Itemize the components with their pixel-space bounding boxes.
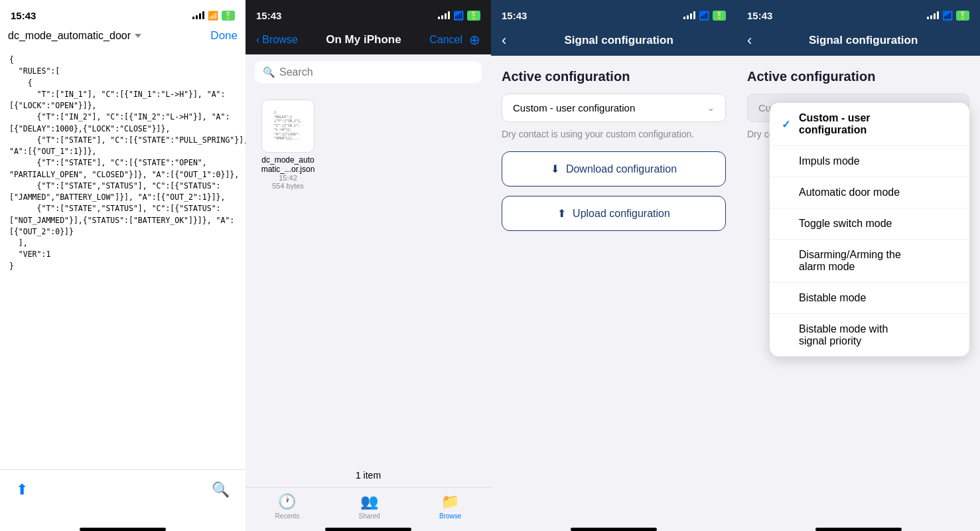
wifi-icon-3: 📶 (699, 11, 709, 21)
tab-browse[interactable]: 📁 Browse (439, 493, 461, 520)
options-dropdown: ✓ Custom - userconfiguration Impuls mode… (770, 103, 969, 356)
json-content[interactable]: { "RULES":[ { "T":["IN_1"], "C":[{"IN_1"… (0, 48, 245, 469)
section-title-3: Active configuration (502, 69, 726, 84)
status-bar-1: 15:43 📶 🔋 (0, 0, 245, 29)
option-custom-user[interactable]: ✓ Custom - userconfiguration (770, 103, 969, 146)
back-button-4[interactable]: ‹ (747, 32, 752, 49)
status-icons-1: 📶 🔋 (192, 11, 235, 21)
more-button[interactable]: ⊕ (469, 32, 480, 48)
signal-config-nav: ‹ Signal configuration (491, 29, 736, 56)
config-dropdown-3[interactable]: Custom - user configuration ⌄ (502, 94, 726, 122)
status-icons-2: 📶 🔋 (438, 11, 480, 21)
option-label-auto-door: Automatic door mode (799, 187, 900, 198)
check-icon-custom: ✓ (782, 118, 794, 131)
search-icon-2: 🔍 (263, 66, 275, 78)
dropdown-label-3: Custom - user configuration (513, 102, 635, 114)
option-label-toggle: Toggle switch mode (799, 218, 892, 230)
signal-icon-4 (927, 11, 939, 19)
file-name: dc_mode_automatic_...or.json (261, 155, 315, 174)
browse-icon: 📁 (441, 493, 459, 510)
files-browser-panel: 15:43 📶 🔋 ‹ Browse On My iPhone Cancel ⊕… (245, 0, 491, 531)
config-body-3: Active configuration Custom - user confi… (491, 56, 736, 522)
chevron-down-icon (135, 34, 141, 38)
browse-label: Browse (262, 34, 297, 46)
tab-recents[interactable]: 🕐 Recents (275, 493, 300, 520)
signal-icon-1 (192, 11, 204, 19)
share-button[interactable]: ⬆ (16, 481, 28, 498)
wifi-icon-2: 📶 (453, 11, 464, 21)
battery-icon-3: 🔋 (713, 11, 726, 21)
wifi-icon-1: 📶 (208, 11, 218, 21)
home-bar-3 (571, 528, 657, 531)
status-time-4: 15:43 (747, 10, 772, 21)
tab-recents-label: Recents (275, 512, 300, 520)
signal-config-nav-4: ‹ Signal configuration (736, 29, 980, 56)
tab-bar: 🕐 Recents 👥 Shared 📁 Browse (245, 487, 491, 522)
home-bar-1 (80, 528, 166, 531)
option-label-bistable-signal: Bistable mode withsignal priority (799, 323, 888, 347)
back-button-3[interactable]: ‹ (502, 32, 506, 49)
option-toggle-switch[interactable]: Toggle switch mode (770, 208, 969, 240)
download-label: Download configuration (566, 163, 677, 175)
json-viewer-panel: 15:43 📶 🔋 dc_mode_automatic_door Done { … (0, 0, 245, 531)
search-bar[interactable]: 🔍 (255, 61, 482, 84)
search-input[interactable] (279, 66, 474, 78)
status-time-1: 15:43 (11, 10, 36, 21)
tab-browse-label: Browse (439, 512, 461, 520)
status-bar-4: 15:43 📶 🔋 (736, 0, 980, 29)
shared-icon: 👥 (360, 493, 378, 510)
option-label-impuls: Impuls mode (799, 155, 860, 167)
nav-right-group: Cancel ⊕ (429, 32, 480, 48)
option-impuls-mode[interactable]: Impuls mode (770, 146, 969, 177)
nav-title-3: Signal configuration (512, 34, 726, 47)
option-automatic-door[interactable]: Automatic door mode (770, 177, 969, 208)
file-nav: dc_mode_automatic_door Done (0, 29, 245, 48)
option-label-custom: Custom - userconfiguration (799, 112, 871, 136)
option-bistable-signal[interactable]: Bistable mode withsignal priority (770, 314, 969, 356)
signal-icon-3 (683, 11, 695, 19)
file-size: 554 bytes (272, 182, 304, 190)
done-button[interactable]: Done (210, 29, 238, 42)
download-icon: ⬇ (551, 163, 559, 175)
nav-title-4: Signal configuration (757, 34, 969, 47)
list-item[interactable]: {"RULES":[{"T":["IN_1"],"C":[{"IN_1":"L-… (255, 100, 321, 190)
option-label-alarm: Disarming/Arming thealarm mode (799, 249, 901, 273)
file-grid: {"RULES":[{"T":["IN_1"],"C":[{"IN_1":"L-… (245, 90, 491, 199)
chevron-down-icon-3: ⌄ (707, 103, 715, 113)
home-bar-2 (325, 528, 411, 531)
status-icons-4: 📶 🔋 (927, 11, 969, 21)
cancel-button[interactable]: Cancel (429, 34, 462, 46)
tab-shared[interactable]: 👥 Shared (359, 493, 380, 520)
signal-config-dropdown-panel: 15:43 📶 🔋 ‹ Signal configuration Active … (736, 0, 980, 531)
home-bar-4 (815, 528, 902, 531)
wifi-icon-4: 📶 (942, 11, 953, 21)
upload-config-button[interactable]: ⬆ Upload configuration (502, 196, 726, 231)
upload-label: Upload configuration (573, 208, 670, 220)
download-config-button[interactable]: ⬇ Download configuration (502, 151, 726, 187)
status-icons-3: 📶 🔋 (683, 11, 726, 21)
files-nav: ‹ Browse On My iPhone Cancel ⊕ (245, 29, 491, 54)
file-title-row[interactable]: dc_mode_automatic_door (8, 30, 141, 42)
chevron-left-icon: ‹ (256, 34, 259, 46)
json-footer: ⬆ 🔍 (0, 469, 245, 522)
signal-config-panel: 15:43 📶 🔋 ‹ Signal configuration Active … (491, 0, 736, 531)
battery-icon-2: 🔋 (467, 11, 480, 21)
battery-icon-1: 🔋 (222, 11, 235, 21)
option-bistable[interactable]: Bistable mode (770, 283, 969, 314)
search-button[interactable]: 🔍 (212, 481, 230, 498)
file-time: 15:42 (279, 174, 297, 182)
files-count: 1 item (245, 470, 491, 487)
file-thumbnail: {"RULES":[{"T":["IN_1"],"C":[{"IN_1":"L-… (261, 100, 315, 153)
browse-back-button[interactable]: ‹ Browse (256, 34, 298, 46)
dry-contact-text-3: Dry contact is using your custom configu… (502, 129, 726, 139)
file-title: dc_mode_automatic_door (8, 30, 131, 42)
status-bar-2: 15:43 📶 🔋 (245, 0, 491, 29)
upload-icon: ⬆ (557, 207, 566, 220)
battery-icon-4: 🔋 (956, 11, 969, 21)
option-disarming-arming[interactable]: Disarming/Arming thealarm mode (770, 240, 969, 283)
option-label-bistable: Bistable mode (799, 292, 866, 304)
recents-icon: 🕐 (278, 493, 296, 510)
status-time-2: 15:43 (256, 10, 281, 21)
signal-icon-2 (438, 11, 450, 19)
nav-title-2: On My iPhone (326, 33, 401, 46)
